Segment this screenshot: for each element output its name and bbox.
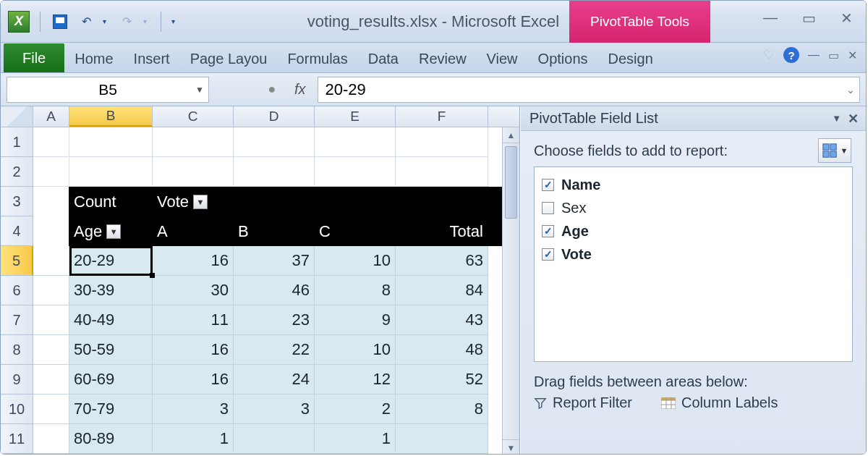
undo-dropdown[interactable]: ▾ xyxy=(103,17,110,25)
layout-options-button[interactable]: ▼ xyxy=(818,138,851,163)
pivot-total-cell[interactable]: 48 xyxy=(396,335,488,365)
redo-dropdown[interactable]: ▾ xyxy=(143,17,150,25)
pivot-age-cell[interactable]: 50-59 xyxy=(69,335,153,365)
tab-formulas[interactable]: Formulas xyxy=(277,45,357,72)
age-filter-button[interactable]: ▼ xyxy=(106,224,121,239)
tab-design[interactable]: Design xyxy=(598,45,663,72)
help-icon[interactable]: ? xyxy=(783,47,799,63)
row-header-7[interactable]: 7 xyxy=(1,305,33,335)
pivot-value-cell[interactable]: 30 xyxy=(153,276,234,305)
row-header-2[interactable]: 2 xyxy=(1,157,33,187)
pivot-value-cell[interactable]: 10 xyxy=(315,246,396,276)
tab-insert[interactable]: Insert xyxy=(124,45,180,72)
undo-button[interactable]: ↶ xyxy=(77,12,95,31)
report-filter-area[interactable]: Report Filter xyxy=(534,394,632,411)
column-labels-area[interactable]: Column Labels xyxy=(661,394,778,411)
tab-page-layout[interactable]: Page Layou xyxy=(180,45,278,72)
field-item[interactable]: Age xyxy=(542,219,845,242)
tab-options[interactable]: Options xyxy=(528,45,598,72)
ribbon-minimize-icon[interactable]: ♡ xyxy=(763,47,775,63)
pivot-total-cell[interactable] xyxy=(396,424,488,454)
excel-icon[interactable]: X xyxy=(8,11,30,33)
pivot-total-cell[interactable]: 52 xyxy=(396,365,488,394)
pivot-value-cell[interactable]: 16 xyxy=(153,365,234,394)
pivot-value-cell[interactable]: 16 xyxy=(153,246,234,276)
row-header-4[interactable]: 4 xyxy=(1,216,33,246)
row-header-6[interactable]: 6 xyxy=(1,276,33,305)
field-checkbox[interactable] xyxy=(542,179,554,191)
tab-data[interactable]: Data xyxy=(358,45,409,72)
scroll-down-icon[interactable]: ▼ xyxy=(503,439,519,455)
pivot-value-cell[interactable]: 12 xyxy=(315,365,396,394)
field-item[interactable]: Name xyxy=(542,173,845,196)
pivot-value-cell[interactable]: 3 xyxy=(153,394,234,424)
pivot-value-cell[interactable]: 16 xyxy=(153,335,234,365)
pivot-value-cell[interactable]: 11 xyxy=(153,305,234,335)
row-header-9[interactable]: 9 xyxy=(1,365,33,394)
vote-filter-button[interactable]: ▼ xyxy=(193,195,208,209)
pivot-value-cell[interactable]: 1 xyxy=(153,424,234,454)
field-checkbox[interactable] xyxy=(542,202,554,214)
tab-view[interactable]: View xyxy=(477,45,528,72)
save-button[interactable] xyxy=(51,12,69,31)
col-header-E[interactable]: E xyxy=(315,106,396,127)
close-button[interactable]: ✕ xyxy=(841,9,853,27)
maximize-button[interactable]: ▭ xyxy=(802,9,816,27)
row-header-5[interactable]: 5 xyxy=(1,246,33,276)
selection-handle[interactable] xyxy=(150,273,155,278)
doc-minimize-button[interactable]: ― xyxy=(808,48,820,62)
field-checkbox[interactable] xyxy=(542,225,554,237)
qat-customize[interactable]: ▾ xyxy=(171,17,179,25)
scroll-thumb[interactable] xyxy=(505,146,517,219)
fx-icon[interactable]: fx xyxy=(287,81,313,98)
pivot-value-cell[interactable]: 37 xyxy=(234,246,315,276)
pivot-value-cell[interactable]: 2 xyxy=(315,394,396,424)
name-box[interactable]: B5 ▼ xyxy=(7,77,209,103)
pane-close-icon[interactable]: ✕ xyxy=(848,111,859,127)
row-header-11[interactable]: 11 xyxy=(1,424,33,454)
redo-button[interactable]: ↷ xyxy=(117,12,136,31)
pivot-value-cell[interactable]: 9 xyxy=(315,305,396,335)
row-header-1[interactable]: 1 xyxy=(1,127,33,157)
pivot-value-cell[interactable]: 1 xyxy=(315,424,396,454)
pane-dropdown-icon[interactable]: ▼ xyxy=(832,113,841,124)
pivot-value-cell[interactable]: 3 xyxy=(234,394,315,424)
doc-close-button[interactable]: ✕ xyxy=(848,48,857,62)
col-header-D[interactable]: D xyxy=(234,106,315,127)
pivot-value-cell[interactable]: 24 xyxy=(234,365,315,394)
minimize-button[interactable]: ― xyxy=(763,9,778,27)
pivot-value-cell[interactable] xyxy=(234,424,315,454)
col-header-C[interactable]: C xyxy=(153,106,234,127)
pivot-age-cell[interactable]: 40-49 xyxy=(69,305,153,335)
row-header-10[interactable]: 10 xyxy=(1,394,33,424)
formula-expand-icon[interactable]: ⌄ xyxy=(846,84,855,96)
col-header-A[interactable]: A xyxy=(33,106,69,127)
col-header-F[interactable]: F xyxy=(396,106,488,127)
pivot-value-cell[interactable]: 23 xyxy=(234,305,315,335)
pivot-age-cell[interactable]: 80-89 xyxy=(69,424,153,454)
pivot-value-cell[interactable]: 8 xyxy=(315,276,396,305)
formula-input[interactable]: 20-29 ⌄ xyxy=(318,77,860,103)
pivot-total-cell[interactable]: 84 xyxy=(396,276,488,305)
doc-restore-button[interactable]: ▭ xyxy=(828,48,839,62)
tab-file[interactable]: File xyxy=(4,43,64,72)
tab-review[interactable]: Review xyxy=(409,45,477,72)
pivot-total-cell[interactable]: 8 xyxy=(396,394,488,424)
col-header-B[interactable]: B xyxy=(69,106,153,127)
field-checkbox[interactable] xyxy=(542,248,554,261)
tab-home[interactable]: Home xyxy=(64,45,123,72)
row-header-8[interactable]: 8 xyxy=(1,335,33,365)
pivot-total-cell[interactable]: 63 xyxy=(396,246,488,276)
pivot-age-cell[interactable]: 20-29 xyxy=(69,246,153,276)
pivot-value-cell[interactable]: 10 xyxy=(315,335,396,365)
scroll-up-icon[interactable]: ▲ xyxy=(503,127,519,143)
row-header-3[interactable]: 3 xyxy=(1,187,33,216)
pivot-value-cell[interactable]: 46 xyxy=(234,276,315,305)
pivot-age-cell[interactable]: 60-69 xyxy=(69,365,153,394)
name-box-dropdown-icon[interactable]: ▼ xyxy=(195,85,204,95)
field-item[interactable]: Vote xyxy=(542,242,845,266)
pivot-age-cell[interactable]: 70-79 xyxy=(69,394,153,424)
vertical-scrollbar[interactable]: ▲ ▼ xyxy=(502,127,519,455)
field-item[interactable]: Sex xyxy=(542,196,845,219)
cells[interactable]: Count Vote▼ Age▼ A B C Total 20-29163 xyxy=(33,127,519,455)
